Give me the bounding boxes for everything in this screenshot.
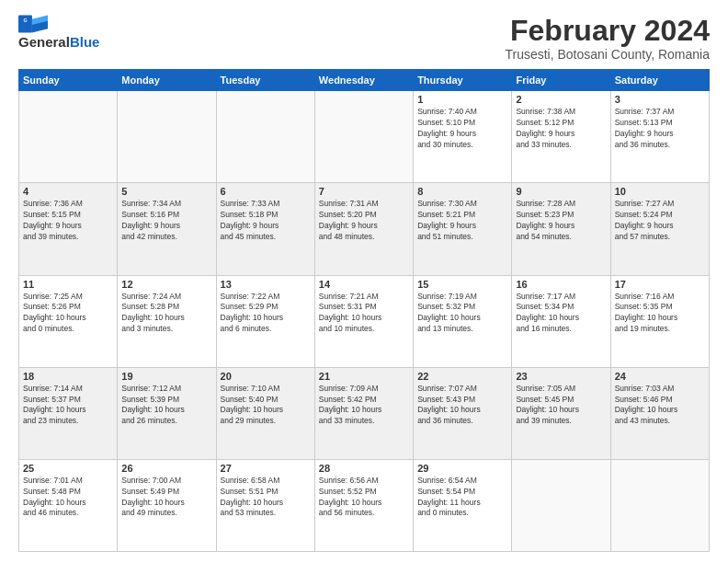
day-info: Sunrise: 7:37 AMSunset: 5:13 PMDaylight:… <box>615 107 705 151</box>
logo: G GeneralBlue <box>18 15 99 51</box>
calendar-cell: 18Sunrise: 7:14 AMSunset: 5:37 PMDayligh… <box>19 367 118 459</box>
day-info: Sunrise: 7:14 AMSunset: 5:37 PMDaylight:… <box>23 384 113 428</box>
week-row-1: 1Sunrise: 7:40 AMSunset: 5:10 PMDaylight… <box>19 91 710 183</box>
calendar-title: February 2024 <box>505 15 710 47</box>
day-info: Sunrise: 7:38 AMSunset: 5:12 PMDaylight:… <box>516 107 606 151</box>
calendar-cell <box>314 91 413 183</box>
calendar-cell: 2Sunrise: 7:38 AMSunset: 5:12 PMDaylight… <box>512 91 610 183</box>
calendar-cell: 24Sunrise: 7:03 AMSunset: 5:46 PMDayligh… <box>610 367 709 459</box>
day-info: Sunrise: 7:19 AMSunset: 5:32 PMDaylight:… <box>417 292 507 336</box>
calendar-cell: 5Sunrise: 7:34 AMSunset: 5:16 PMDaylight… <box>118 183 216 275</box>
calendar-cell: 20Sunrise: 7:10 AMSunset: 5:40 PMDayligh… <box>216 367 314 459</box>
col-sunday: Sunday <box>19 70 118 91</box>
day-number: 12 <box>121 279 211 290</box>
svg-text:G: G <box>23 17 27 23</box>
day-number: 3 <box>615 94 705 105</box>
day-number: 15 <box>417 279 507 290</box>
day-number: 4 <box>23 186 113 197</box>
day-info: Sunrise: 7:01 AMSunset: 5:48 PMDaylight:… <box>23 476 113 520</box>
calendar-cell: 22Sunrise: 7:07 AMSunset: 5:43 PMDayligh… <box>414 367 512 459</box>
week-row-5: 25Sunrise: 7:01 AMSunset: 5:48 PMDayligh… <box>19 459 710 551</box>
title-block: February 2024 Trusesti, Botosani County,… <box>505 15 710 62</box>
day-info: Sunrise: 6:54 AMSunset: 5:54 PMDaylight:… <box>417 476 507 520</box>
day-number: 20 <box>221 371 311 382</box>
day-number: 23 <box>516 371 606 382</box>
day-number: 5 <box>121 186 211 197</box>
day-number: 6 <box>221 186 311 197</box>
day-number: 17 <box>615 279 705 290</box>
calendar-cell <box>118 91 216 183</box>
day-info: Sunrise: 7:05 AMSunset: 5:45 PMDaylight:… <box>516 384 606 428</box>
day-info: Sunrise: 7:22 AMSunset: 5:29 PMDaylight:… <box>221 292 311 336</box>
col-friday: Friday <box>512 70 610 91</box>
calendar-cell: 11Sunrise: 7:25 AMSunset: 5:26 PMDayligh… <box>19 275 118 367</box>
day-number: 8 <box>417 186 507 197</box>
calendar-cell <box>512 459 610 551</box>
day-number: 14 <box>319 279 409 290</box>
day-info: Sunrise: 7:36 AMSunset: 5:15 PMDaylight:… <box>23 199 113 243</box>
day-number: 11 <box>23 279 113 290</box>
day-info: Sunrise: 7:34 AMSunset: 5:16 PMDaylight:… <box>121 199 211 243</box>
day-number: 24 <box>615 371 705 382</box>
day-info: Sunrise: 7:28 AMSunset: 5:23 PMDaylight:… <box>516 199 606 243</box>
calendar-cell: 6Sunrise: 7:33 AMSunset: 5:18 PMDaylight… <box>216 183 314 275</box>
calendar-cell: 29Sunrise: 6:54 AMSunset: 5:54 PMDayligh… <box>414 459 512 551</box>
day-info: Sunrise: 7:40 AMSunset: 5:10 PMDaylight:… <box>417 107 507 151</box>
day-info: Sunrise: 7:30 AMSunset: 5:21 PMDaylight:… <box>417 199 507 243</box>
day-info: Sunrise: 7:09 AMSunset: 5:42 PMDaylight:… <box>319 384 409 428</box>
page: G GeneralBlue February 2024 Trusesti, Bo… <box>0 0 728 563</box>
calendar-cell: 16Sunrise: 7:17 AMSunset: 5:34 PMDayligh… <box>512 275 610 367</box>
day-number: 16 <box>516 279 606 290</box>
calendar-cell: 13Sunrise: 7:22 AMSunset: 5:29 PMDayligh… <box>216 275 314 367</box>
day-number: 25 <box>23 463 113 474</box>
calendar-cell: 19Sunrise: 7:12 AMSunset: 5:39 PMDayligh… <box>118 367 216 459</box>
day-info: Sunrise: 7:10 AMSunset: 5:40 PMDaylight:… <box>221 384 311 428</box>
day-number: 22 <box>417 371 507 382</box>
day-info: Sunrise: 7:00 AMSunset: 5:49 PMDaylight:… <box>121 476 211 520</box>
col-monday: Monday <box>118 70 216 91</box>
day-info: Sunrise: 7:33 AMSunset: 5:18 PMDaylight:… <box>221 199 311 243</box>
calendar-cell: 25Sunrise: 7:01 AMSunset: 5:48 PMDayligh… <box>19 459 118 551</box>
calendar-cell: 9Sunrise: 7:28 AMSunset: 5:23 PMDaylight… <box>512 183 610 275</box>
calendar-cell: 27Sunrise: 6:58 AMSunset: 5:51 PMDayligh… <box>216 459 314 551</box>
col-saturday: Saturday <box>610 70 709 91</box>
day-number: 13 <box>221 279 311 290</box>
col-wednesday: Wednesday <box>314 70 413 91</box>
day-number: 18 <box>23 371 113 382</box>
calendar-cell: 8Sunrise: 7:30 AMSunset: 5:21 PMDaylight… <box>414 183 512 275</box>
day-info: Sunrise: 6:58 AMSunset: 5:51 PMDaylight:… <box>221 476 311 520</box>
header: G GeneralBlue February 2024 Trusesti, Bo… <box>18 15 710 62</box>
day-number: 26 <box>121 463 211 474</box>
logo-icon: G <box>18 15 48 33</box>
calendar-cell: 1Sunrise: 7:40 AMSunset: 5:10 PMDaylight… <box>414 91 512 183</box>
day-info: Sunrise: 7:31 AMSunset: 5:20 PMDaylight:… <box>319 199 409 243</box>
calendar-cell: 26Sunrise: 7:00 AMSunset: 5:49 PMDayligh… <box>118 459 216 551</box>
calendar-table: Sunday Monday Tuesday Wednesday Thursday… <box>18 69 710 552</box>
calendar-cell: 28Sunrise: 6:56 AMSunset: 5:52 PMDayligh… <box>314 459 413 551</box>
calendar-cell: 3Sunrise: 7:37 AMSunset: 5:13 PMDaylight… <box>610 91 709 183</box>
day-number: 29 <box>417 463 507 474</box>
calendar-cell: 7Sunrise: 7:31 AMSunset: 5:20 PMDaylight… <box>314 183 413 275</box>
calendar-cell: 15Sunrise: 7:19 AMSunset: 5:32 PMDayligh… <box>414 275 512 367</box>
day-info: Sunrise: 7:27 AMSunset: 5:24 PMDaylight:… <box>615 199 705 243</box>
calendar-cell: 14Sunrise: 7:21 AMSunset: 5:31 PMDayligh… <box>314 275 413 367</box>
logo-text: GeneralBlue <box>18 35 99 51</box>
week-row-4: 18Sunrise: 7:14 AMSunset: 5:37 PMDayligh… <box>19 367 710 459</box>
calendar-cell: 12Sunrise: 7:24 AMSunset: 5:28 PMDayligh… <box>118 275 216 367</box>
col-tuesday: Tuesday <box>216 70 314 91</box>
calendar-cell <box>610 459 709 551</box>
day-number: 28 <box>319 463 409 474</box>
day-number: 27 <box>221 463 311 474</box>
calendar-cell: 21Sunrise: 7:09 AMSunset: 5:42 PMDayligh… <box>314 367 413 459</box>
day-info: Sunrise: 7:17 AMSunset: 5:34 PMDaylight:… <box>516 292 606 336</box>
day-info: Sunrise: 7:21 AMSunset: 5:31 PMDaylight:… <box>319 292 409 336</box>
week-row-3: 11Sunrise: 7:25 AMSunset: 5:26 PMDayligh… <box>19 275 710 367</box>
day-number: 7 <box>319 186 409 197</box>
calendar-cell: 4Sunrise: 7:36 AMSunset: 5:15 PMDaylight… <box>19 183 118 275</box>
day-number: 1 <box>417 94 507 105</box>
day-info: Sunrise: 7:03 AMSunset: 5:46 PMDaylight:… <box>615 384 705 428</box>
calendar-cell <box>19 91 118 183</box>
calendar-header-row: Sunday Monday Tuesday Wednesday Thursday… <box>19 70 710 91</box>
day-info: Sunrise: 7:16 AMSunset: 5:35 PMDaylight:… <box>615 292 705 336</box>
calendar-cell: 23Sunrise: 7:05 AMSunset: 5:45 PMDayligh… <box>512 367 610 459</box>
